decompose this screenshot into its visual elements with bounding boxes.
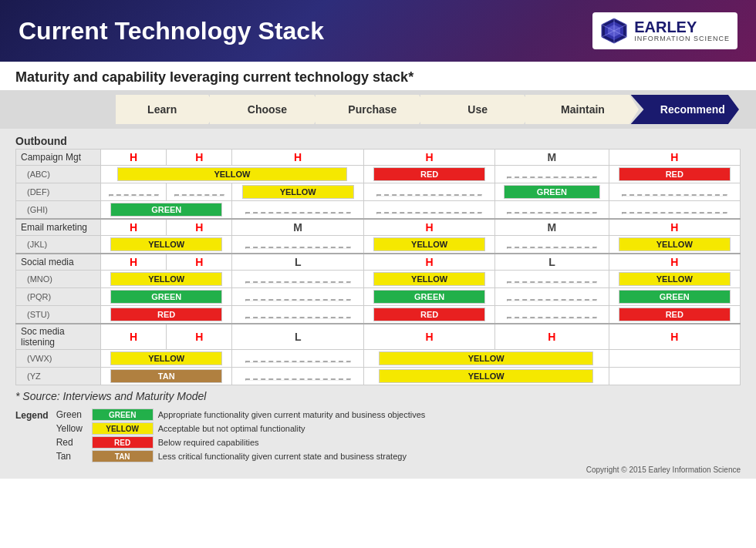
table-row: Email marketing H H M H M H [16, 219, 741, 236]
earley-logo-icon [600, 17, 628, 45]
table-row: Campaign Mgt H H H H M H [16, 150, 741, 166]
subtitle-text: Maturity and capability leveraging curre… [15, 69, 413, 85]
nav-maintain[interactable]: Maintain [525, 95, 629, 124]
nav-row: Learn Choose Purchase Use Maintain Recom… [0, 90, 756, 129]
logo-box: EARLEY INFORMATION SCIENCE [592, 12, 737, 49]
legend-tan-row: Tan TAN Less critical functionality give… [56, 450, 426, 462]
table-row: (PQR) GREEN GREEN GREEN [16, 288, 741, 306]
legend-tan-bar: TAN [92, 450, 154, 462]
legend-red-row: Red RED Below required capabilities [56, 436, 426, 449]
legend-yellow-row: Yellow YELLOW Acceptable but not optimal… [56, 422, 426, 435]
table-row: (YZ TAN YELLOW [16, 368, 741, 385]
data-table: Campaign Mgt H H H H M H (ABC) YELLOW RE… [15, 149, 741, 385]
nav-purchase[interactable]: Purchase [316, 95, 419, 124]
table-row: (VWX) YELLOW YELLOW [16, 350, 741, 368]
arrow-container: Learn Choose Purchase Use Maintain Recom… [116, 90, 741, 129]
subtitle-bar: Maturity and capability leveraging curre… [0, 62, 756, 90]
table-row: (ABC) YELLOW RED RED [16, 166, 741, 183]
legend-title: Legend [15, 410, 49, 421]
section-outbound: Outbound [15, 132, 741, 149]
copyright: Copyright © 2015 Earley Information Scie… [15, 464, 741, 476]
footer-note: * Source: Interviews and Maturity Model [15, 385, 741, 405]
table-row: (GHI) GREEN [16, 201, 741, 220]
row-label-campaign: Campaign Mgt [16, 150, 101, 166]
logo-text: EARLEY INFORMATION SCIENCE [634, 18, 730, 43]
legend-area: Legend Green GREEN Appropriate functiona… [15, 405, 741, 464]
logo-info-sci: INFORMATION SCIENCE [634, 35, 730, 43]
table-row: (DEF) YELLOW GREEN [16, 183, 741, 201]
legend-yellow-bar: YELLOW [92, 422, 154, 435]
table-row: (STU) RED RED RED [16, 306, 741, 324]
page-title: Current Technology Stack [19, 17, 324, 45]
legend-green-bar: GREEN [92, 408, 154, 421]
nav-learn[interactable]: Learn [116, 95, 208, 124]
table-row: Social media H H L H L H [16, 254, 741, 271]
legend-green-row: Green GREEN Appropriate functionality gi… [56, 408, 426, 421]
main-content: Outbound Campaign Mgt H H H H M H (ABC) … [0, 129, 756, 479]
table-row: Soc media listening H H L H H H [16, 324, 741, 350]
table-row: (JKL) YELLOW YELLOW YELLOW [16, 236, 741, 254]
nav-recommend[interactable]: Recommend [631, 95, 739, 124]
nav-use[interactable]: Use [420, 95, 524, 124]
logo-earley: EARLEY [634, 18, 730, 35]
page-header: Current Technology Stack EARLEY INFORMAT… [0, 0, 756, 62]
nav-choose[interactable]: Choose [210, 95, 313, 124]
legend-rows: Green GREEN Appropriate functionality gi… [56, 408, 426, 462]
table-row: (MNO) YELLOW YELLOW YELLOW [16, 271, 741, 288]
legend-red-bar: RED [92, 436, 154, 449]
